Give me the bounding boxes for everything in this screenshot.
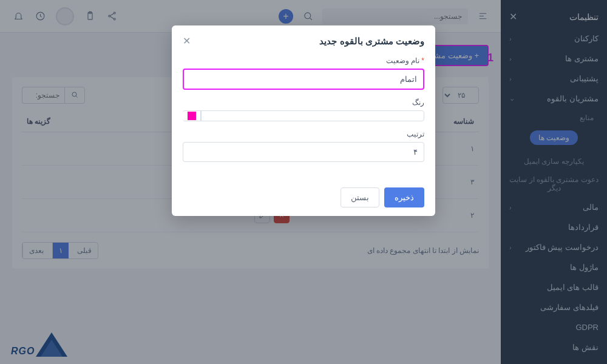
new-status-modal: وضعیت مشتری بالقوه جدید ✕ * نام وضعیت رن…	[172, 25, 435, 216]
color-input-group	[183, 110, 424, 121]
field-color: رنگ	[183, 98, 424, 121]
close-icon[interactable]: ✕	[183, 35, 191, 47]
input-color[interactable]	[201, 110, 424, 121]
label-status-name: * نام وضعیت	[183, 56, 424, 65]
input-order[interactable]	[183, 142, 424, 162]
label-order: ترتیب	[183, 130, 424, 138]
color-swatch[interactable]	[183, 110, 201, 121]
input-status-name[interactable]	[183, 69, 424, 90]
field-status-name: * نام وضعیت	[183, 56, 424, 90]
modal-header: وضعیت مشتری بالقوه جدید ✕	[172, 25, 435, 56]
label-color: رنگ	[183, 98, 424, 107]
modal-title: وضعیت مشتری بالقوه جدید	[319, 36, 424, 47]
field-order: ترتیب	[183, 130, 424, 162]
close-button[interactable]: بستن	[341, 187, 379, 207]
modal-body: * نام وضعیت رنگ ترتیب	[172, 56, 435, 179]
modal-footer: ذخیره بستن	[172, 179, 435, 216]
save-button[interactable]: ذخیره	[384, 187, 424, 207]
